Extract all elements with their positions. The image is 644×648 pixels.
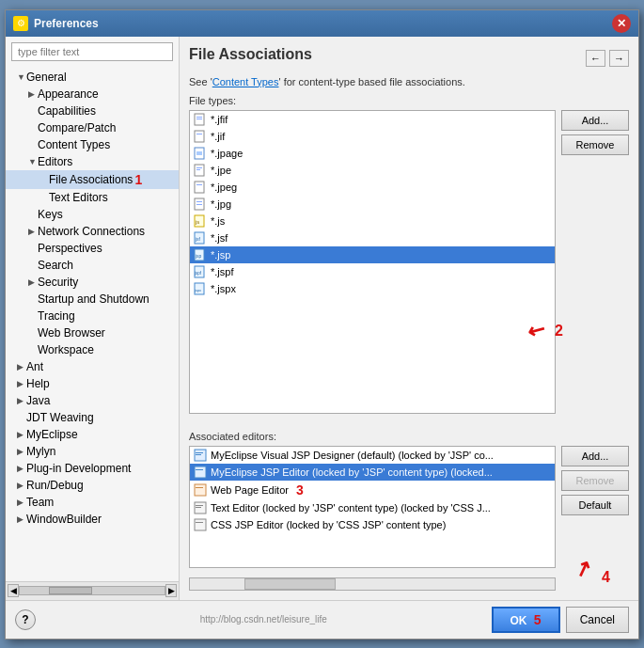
tree-item-help[interactable]: ▶ Help — [6, 375, 179, 392]
assoc-scroll-thumb[interactable] — [244, 578, 336, 590]
tree-label: Startup and Shutdown — [38, 292, 149, 306]
tree-item-ant[interactable]: ▶ Ant — [6, 358, 179, 375]
svg-text:jspx: jspx — [194, 288, 201, 292]
scroll-left-btn[interactable]: ◀ — [8, 584, 19, 597]
tree-label: JDT Weaving — [26, 411, 94, 424]
tree-item-security[interactable]: ▶ Security — [6, 274, 179, 291]
assoc-item[interactable]: CSS JSP Editor (locked by 'CSS JSP' cont… — [190, 516, 555, 533]
tree-item-tracing[interactable]: Tracing — [6, 308, 179, 324]
tree-item-plugin[interactable]: ▶ Plug-in Development — [6, 460, 179, 477]
list-item[interactable]: jspx *.jspx — [190, 280, 555, 297]
tree-item-workspace[interactable]: Workspace — [6, 341, 179, 358]
assoc-default-button[interactable]: Default — [561, 495, 629, 515]
file-type-name: *.jfif — [211, 114, 228, 125]
content-area: File Associations ← → See 'Content Types… — [180, 37, 638, 600]
assoc-remove-button[interactable]: Remove — [561, 470, 629, 491]
editor-name: Text Editor (locked by 'JSP' content typ… — [211, 502, 491, 514]
tree-item-myeclipse[interactable]: ▶ MyEclipse — [6, 426, 179, 443]
svg-rect-33 — [196, 505, 203, 506]
file-type-add-button[interactable]: Add... — [561, 110, 629, 131]
back-button[interactable]: ← — [586, 50, 605, 67]
tree-item-jdt-weaving[interactable]: JDT Weaving — [6, 409, 179, 426]
scroll-right-btn[interactable]: ▶ — [165, 584, 177, 597]
tree-item-search[interactable]: Search — [6, 257, 179, 274]
tree-item-run-debug[interactable]: ▶ Run/Debug — [6, 477, 179, 494]
assoc-item[interactable]: Text Editor (locked by 'JSP' content typ… — [190, 499, 555, 516]
list-item[interactable]: js *.js — [190, 213, 555, 229]
file-icon: jsf — [194, 231, 207, 245]
filter-input[interactable] — [11, 42, 173, 61]
annotation-1: 1 — [134, 172, 142, 187]
expand-arrow — [39, 175, 49, 184]
svg-rect-8 — [196, 167, 202, 168]
file-icon: jsp — [194, 248, 207, 261]
tree-item-web-browser[interactable]: Web Browser — [6, 324, 179, 341]
assoc-add-button[interactable]: Add... — [561, 446, 629, 466]
list-item[interactable]: *.jpg — [190, 196, 555, 213]
tree-item-editors[interactable]: ▼ Editors — [6, 153, 179, 170]
scroll-track-h[interactable] — [19, 586, 165, 595]
tree-item-appearance[interactable]: ▶ Appearance — [6, 86, 179, 103]
tree-item-file-associations[interactable]: File Associations 1 — [6, 170, 179, 189]
expand-arrow — [39, 193, 49, 202]
tree-label: Help — [26, 377, 50, 390]
tree-item-general[interactable]: ▼ General — [6, 69, 179, 86]
tree-item-keys[interactable]: Keys — [6, 206, 179, 223]
help-button[interactable]: ? — [15, 609, 36, 630]
list-item[interactable]: jsf *.jsf — [190, 229, 555, 246]
expand-arrow: ▼ — [28, 157, 38, 166]
assoc-scrollbar-h[interactable] — [189, 577, 556, 591]
content-types-link[interactable]: Content Types — [212, 76, 279, 87]
tree-item-windowbuilder[interactable]: ▶ WindowBuilder — [6, 511, 179, 528]
annotation-4-label: 4 — [602, 569, 610, 586]
list-item[interactable]: *.jfif — [190, 111, 555, 128]
file-type-name: *.jpg — [211, 198, 231, 210]
scroll-thumb-h[interactable] — [49, 587, 92, 594]
dialog-icon: ⚙ — [13, 16, 28, 31]
tree-item-content-types[interactable]: Content Types — [6, 136, 179, 153]
assoc-item-selected[interactable]: MyEclipse JSP Editor (locked by 'JSP' co… — [190, 464, 555, 481]
file-type-name: *.jpe — [211, 165, 231, 176]
cancel-button[interactable]: Cancel — [566, 607, 629, 633]
list-item[interactable]: jspf *.jspf — [190, 263, 555, 280]
file-type-remove-button[interactable]: Remove — [561, 134, 629, 155]
tree-item-capabilities[interactable]: Capabilities — [6, 103, 179, 119]
list-item[interactable]: *.jpage — [190, 145, 555, 162]
assoc-editors-list[interactable]: MyEclipse Visual JSP Designer (default) … — [189, 446, 556, 568]
tree-label: Appearance — [38, 87, 99, 101]
tree-item-text-editors[interactable]: Text Editors — [6, 189, 179, 206]
svg-rect-3 — [195, 131, 204, 142]
forward-button[interactable]: → — [609, 50, 629, 67]
svg-rect-1 — [196, 117, 202, 118]
file-types-list[interactable]: *.jfif *.jif *.jpage — [189, 110, 556, 414]
list-item[interactable]: *.jpeg — [190, 179, 555, 196]
ok-button[interactable]: OK 5 — [492, 607, 560, 633]
content-description: See 'Content Types' for content-type bas… — [189, 76, 629, 87]
file-types-wrapper: File types: *.jfif *.jif — [189, 95, 629, 423]
tree: ▼ General ▶ Appearance Capabilities Comp… — [6, 67, 179, 581]
bottom-bar: ? http://blog.csdn.net/leisure_life OK 5… — [6, 600, 638, 639]
list-item[interactable]: *.jpe — [190, 162, 555, 179]
expand-arrow: ▶ — [17, 396, 26, 405]
tree-label: Search — [38, 259, 73, 272]
tree-item-network[interactable]: ▶ Network Connections — [6, 223, 179, 240]
tree-item-startup[interactable]: Startup and Shutdown — [6, 291, 179, 308]
tree-item-compare[interactable]: Compare/Patch — [6, 119, 179, 136]
assoc-item[interactable]: MyEclipse Visual JSP Designer (default) … — [190, 447, 555, 464]
svg-rect-14 — [196, 204, 202, 205]
expand-arrow — [28, 311, 38, 321]
list-item-jsp[interactable]: jsp *.jsp — [190, 246, 555, 263]
file-icon — [194, 113, 207, 126]
tree-item-perspectives[interactable]: Perspectives — [6, 240, 179, 257]
expand-arrow — [28, 210, 38, 219]
assoc-section: MyEclipse Visual JSP Designer (default) … — [189, 446, 629, 568]
tree-item-mylyn[interactable]: ▶ Mylyn — [6, 443, 179, 460]
tree-item-team[interactable]: ▶ Team — [6, 494, 179, 511]
file-type-name: *.jspx — [211, 283, 236, 294]
sidebar-scrollbar[interactable]: ◀ ▶ — [6, 581, 179, 600]
assoc-item[interactable]: Web Page Editor 3 — [190, 481, 555, 499]
close-button[interactable]: ✕ — [612, 14, 631, 33]
list-item[interactable]: *.jif — [190, 128, 555, 145]
tree-item-java[interactable]: ▶ Java — [6, 392, 179, 409]
file-icon — [194, 147, 207, 160]
